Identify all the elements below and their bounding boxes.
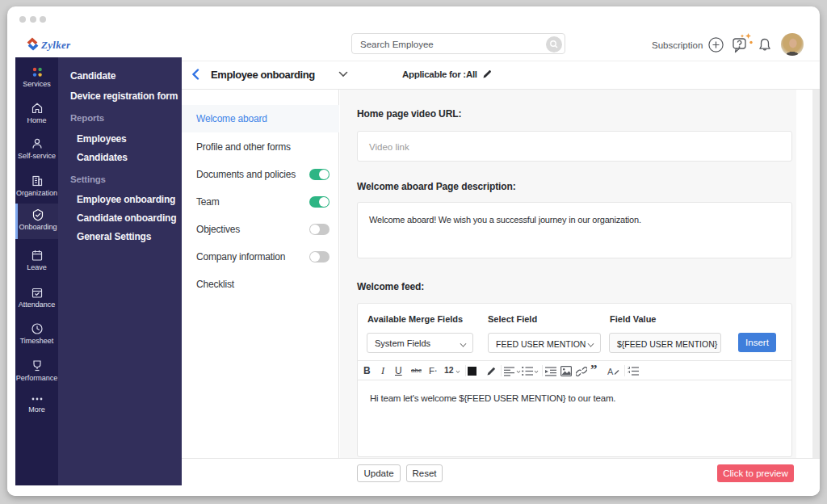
svg-text:A: A <box>607 367 614 376</box>
